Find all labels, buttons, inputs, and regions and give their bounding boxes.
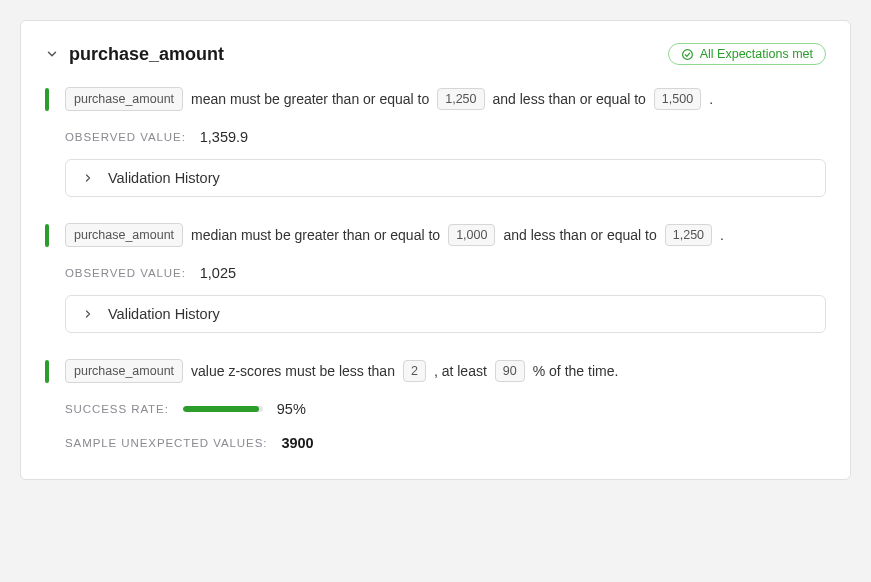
panel-header: purchase_amount All Expectations met — [45, 43, 826, 65]
expectation-row: purchase_amount value z-scores must be l… — [45, 359, 826, 383]
expectation-row: purchase_amount median must be greater t… — [45, 223, 826, 247]
value-chip: 1,250 — [665, 224, 712, 246]
sentence-text: median must be greater than or equal to — [191, 223, 440, 247]
value-chip: 2 — [403, 360, 426, 382]
column-chip: purchase_amount — [65, 359, 183, 383]
sentence-text: and less than or equal to — [493, 87, 646, 111]
success-rate-value: 95% — [277, 401, 306, 417]
expectation-sentence: purchase_amount value z-scores must be l… — [65, 359, 826, 383]
status-badge-text: All Expectations met — [700, 47, 813, 61]
success-indicator — [45, 224, 49, 247]
success-rate-progress: 95% — [183, 401, 306, 417]
expectation-sentence: purchase_amount mean must be greater tha… — [65, 87, 826, 111]
panel-title: purchase_amount — [69, 44, 224, 65]
sentence-text: and less than or equal to — [503, 223, 656, 247]
chevron-right-icon — [82, 308, 94, 320]
sentence-tail: . — [709, 87, 713, 111]
status-badge: All Expectations met — [668, 43, 826, 65]
chevron-right-icon — [82, 172, 94, 184]
success-rate-label: SUCCESS RATE: — [65, 403, 169, 415]
sentence-text: , at least — [434, 359, 487, 383]
validation-history-label: Validation History — [108, 306, 220, 322]
check-circle-icon — [681, 48, 694, 61]
observed-value-label: OBSERVED VALUE: — [65, 267, 186, 279]
progress-track — [183, 406, 263, 412]
value-chip: 1,250 — [437, 88, 484, 110]
validation-history-label: Validation History — [108, 170, 220, 186]
validation-history-toggle[interactable]: Validation History — [65, 295, 826, 333]
success-indicator — [45, 88, 49, 111]
observed-value: 1,025 — [200, 265, 236, 281]
sentence-text: value z-scores must be less than — [191, 359, 395, 383]
value-chip: 1,000 — [448, 224, 495, 246]
expectation-row: purchase_amount mean must be greater tha… — [45, 87, 826, 111]
observed-value-row: OBSERVED VALUE: 1,359.9 — [65, 129, 826, 145]
validation-history-toggle[interactable]: Validation History — [65, 159, 826, 197]
sample-unexpected-label: SAMPLE UNEXPECTED VALUES: — [65, 437, 267, 449]
chevron-down-icon — [45, 47, 59, 61]
value-chip: 90 — [495, 360, 525, 382]
sentence-tail: % of the time. — [533, 359, 619, 383]
observed-value: 1,359.9 — [200, 129, 248, 145]
sample-unexpected-row: SAMPLE UNEXPECTED VALUES: 3900 — [65, 435, 826, 451]
expectations-panel: purchase_amount All Expectations met pur… — [20, 20, 851, 480]
expectation-sentence: purchase_amount median must be greater t… — [65, 223, 826, 247]
value-chip: 1,500 — [654, 88, 701, 110]
sentence-text: mean must be greater than or equal to — [191, 87, 429, 111]
column-chip: purchase_amount — [65, 223, 183, 247]
success-rate-row: SUCCESS RATE: 95% — [65, 401, 826, 417]
sample-unexpected-value: 3900 — [281, 435, 313, 451]
observed-value-row: OBSERVED VALUE: 1,025 — [65, 265, 826, 281]
panel-header-left[interactable]: purchase_amount — [45, 44, 224, 65]
progress-fill — [183, 406, 259, 412]
svg-point-0 — [682, 49, 692, 59]
success-indicator — [45, 360, 49, 383]
observed-value-label: OBSERVED VALUE: — [65, 131, 186, 143]
sentence-tail: . — [720, 223, 724, 247]
column-chip: purchase_amount — [65, 87, 183, 111]
